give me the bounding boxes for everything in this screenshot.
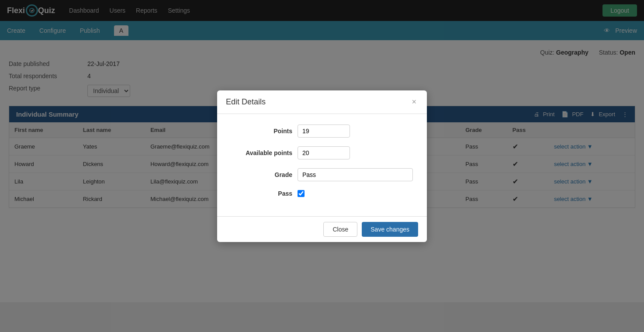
modal-footer: Close Save changes — [217, 216, 427, 242]
pass-row: Pass — [231, 190, 413, 197]
available-points-label: Available points — [231, 149, 292, 156]
pass-checkbox[interactable] — [298, 190, 305, 197]
grade-label: Grade — [231, 171, 292, 178]
available-points-input[interactable] — [298, 146, 350, 159]
available-points-row: Available points — [231, 146, 413, 159]
points-label: Points — [231, 128, 292, 135]
grade-row: Grade — [231, 168, 413, 181]
points-row: Points — [231, 125, 413, 138]
grade-input[interactable] — [298, 168, 413, 181]
modal-overlay[interactable]: Edit Details × Points Available points G… — [0, 0, 644, 302]
modal-title: Edit Details — [226, 97, 266, 107]
pass-label: Pass — [231, 190, 292, 197]
save-changes-button[interactable]: Save changes — [362, 222, 418, 237]
close-button[interactable]: Close — [323, 222, 357, 237]
modal-header: Edit Details × — [217, 90, 427, 114]
points-input[interactable] — [298, 125, 350, 138]
edit-details-modal: Edit Details × Points Available points G… — [217, 90, 427, 242]
modal-body: Points Available points Grade Pass — [217, 114, 427, 216]
modal-close-button[interactable]: × — [410, 97, 418, 107]
